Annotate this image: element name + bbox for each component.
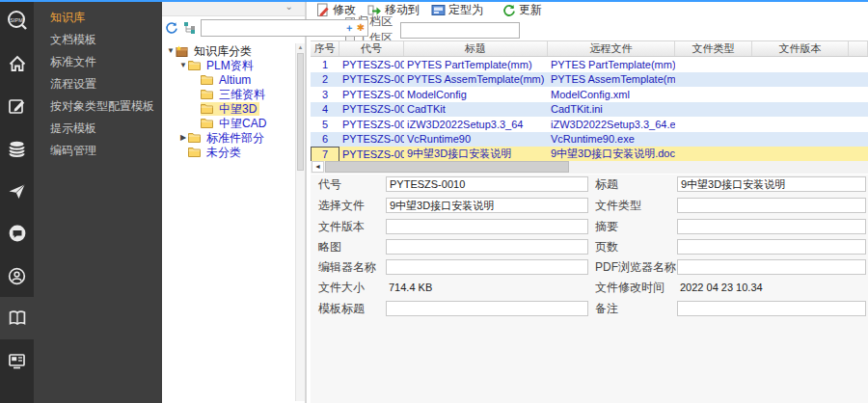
form-field-right-6[interactable]: [677, 301, 866, 316]
collapse-chevron-icon[interactable]: ⌄: [285, 0, 293, 13]
form-field-left-1[interactable]: 9中望3D接口安装说明: [386, 198, 588, 213]
search-locate-icon[interactable]: ✱: [355, 22, 366, 34]
cell-num: 5: [311, 117, 339, 132]
cell-filler: [849, 72, 868, 88]
tree-refresh-icon[interactable]: [164, 20, 179, 36]
table-header-cell[interactable]: 代号: [339, 41, 404, 56]
table-hscrollbar[interactable]: ◄: [311, 161, 868, 174]
edit-icon: [8, 97, 26, 116]
nav-send[interactable]: [0, 170, 34, 212]
menu-item-6[interactable]: 编码管理: [34, 140, 162, 162]
table-row[interactable]: 4PYTESZS-0007CadTKitCadTKit.ini: [311, 102, 868, 118]
cell-num: 1: [311, 57, 339, 72]
menu-item-3[interactable]: 流程设置: [34, 73, 162, 95]
tree-node-4[interactable]: 中望3D: [162, 101, 295, 116]
tree-node-2[interactable]: Altium: [162, 72, 295, 87]
search-next-icon[interactable]: ＋: [343, 22, 355, 34]
tree-node-7[interactable]: 未分类: [162, 145, 295, 159]
nav-logo-sipm[interactable]: SIPM: [0, 0, 34, 42]
nav-member[interactable]: [0, 255, 34, 297]
form-field-right-1[interactable]: [677, 198, 866, 213]
tree-node-label: 中望3D: [216, 102, 259, 116]
menu-item-5[interactable]: 提示模板: [34, 118, 162, 140]
scroll-left-icon[interactable]: ◄: [312, 161, 324, 173]
nav-edit[interactable]: [0, 85, 34, 127]
tree-scrollbar[interactable]: ▲: [295, 43, 305, 401]
cell-code: PYTESZS-0007: [339, 102, 404, 118]
hscrollbar-thumb[interactable]: [325, 161, 569, 173]
refresh-icon: [502, 4, 516, 17]
toolbar-button-3[interactable]: 更新: [497, 1, 548, 20]
table-header-cell[interactable]: [849, 41, 868, 56]
table-row[interactable]: 1PYTESZS-0004PYTES PartTemplate(mm)PYTES…: [311, 57, 868, 72]
form-label-left-1: 选择文件: [318, 198, 365, 214]
table-row[interactable]: 6PYTESZS-0009VcRuntime90VcRuntime90.exe: [311, 132, 868, 148]
table-row[interactable]: 7PYTESZS-00109中望3D接口安装说明9中望3D接口安装说明.docx: [311, 147, 868, 162]
toolbar-button-2[interactable]: 定型为: [425, 1, 489, 20]
tree-scrollbar-thumb[interactable]: [297, 53, 304, 171]
tree-collapsed-icon[interactable]: ▶: [178, 133, 188, 142]
tree-node-6[interactable]: ▶ 标准件部分: [162, 130, 295, 145]
tree-expanded-icon[interactable]: ▼: [178, 61, 188, 69]
form-field-left-6[interactable]: [386, 301, 588, 316]
cell-code: PYTESZS-0010: [339, 147, 404, 162]
form-field-left-4[interactable]: [386, 259, 588, 275]
cell-type: [675, 117, 752, 132]
tree-node-0[interactable]: ▼ 知识库分类: [162, 43, 295, 58]
form-field-right-0[interactable]: 9中望3D接口安装说明: [677, 176, 866, 192]
menu-item-1[interactable]: 文档模板: [34, 29, 162, 51]
database-icon: [8, 140, 26, 158]
table-header-cell[interactable]: 文件类型: [675, 41, 752, 56]
menu-item-4[interactable]: 按对象类型配置模板: [34, 95, 162, 118]
nav-knowledge-book[interactable]: [0, 297, 34, 339]
folder-icon: [188, 60, 202, 71]
tree-search-box: ＋ ✱: [201, 19, 368, 37]
cell-num: 3: [311, 87, 339, 102]
nav-database[interactable]: [0, 127, 34, 170]
nav-home[interactable]: [0, 42, 34, 85]
table-header-cell[interactable]: 文件版本: [752, 41, 849, 56]
table-header-cell[interactable]: 远程文件: [548, 41, 675, 56]
form-label-right-1: 文件类型: [595, 198, 641, 214]
tree-node-content: 未分类: [188, 146, 244, 159]
table-row[interactable]: 3PYTESZS-0006ModelConfigModelConfig.xml: [311, 87, 868, 102]
cell-version: [752, 57, 849, 72]
detail-form: 代号PYTESZS-0010选择文件9中望3D接口安装说明文件版本略图编辑器名称…: [311, 175, 868, 403]
cell-type: [675, 102, 752, 118]
form-field-left-2[interactable]: [386, 219, 588, 234]
form-field-right-3[interactable]: [677, 239, 866, 255]
cell-title: 9中望3D接口安装说明: [404, 147, 548, 162]
tree-hierarchy-icon[interactable]: [182, 20, 198, 36]
send-icon: [8, 182, 26, 201]
form-label-left-6: 模板标题: [318, 301, 365, 317]
form-label-left-0: 代号: [318, 176, 341, 193]
toolbar-button-label: 更新: [519, 2, 542, 18]
nav-chat[interactable]: [0, 212, 34, 255]
tree-expanded-icon[interactable]: ▼: [166, 46, 176, 55]
form-field-left-0[interactable]: PYTESZS-0010: [386, 176, 588, 192]
menu-item-0[interactable]: 知识库: [34, 7, 162, 29]
form-field-right-4[interactable]: [677, 259, 866, 275]
nav-workstation[interactable]: [0, 339, 34, 382]
table-row[interactable]: 5PYTESZS-0008iZW3D2022Setup3.3_64iZW3D20…: [311, 117, 868, 132]
table-header-cell[interactable]: 序号: [311, 41, 339, 56]
form-label-right-6: 备注: [595, 301, 618, 317]
form-field-right-2[interactable]: [677, 219, 866, 234]
scroll-up-icon[interactable]: ▲: [296, 43, 305, 52]
tree-node-content: 三维资料: [201, 88, 268, 101]
tree-collapse-bar[interactable]: ⌄: [162, 0, 305, 16]
home-icon: [8, 54, 27, 73]
table-header-cell[interactable]: 标题: [404, 41, 548, 56]
menu-item-2[interactable]: 标准文件: [34, 51, 162, 73]
form-label-right-3: 页数: [595, 239, 618, 255]
tree-toolbar: ＋ ✱: [162, 16, 305, 40]
table-row[interactable]: 2PYTESZS-0005PYTES AssemTemplate(mm)PYTE…: [311, 72, 868, 88]
content-area: 修改 移动到 定型为 更新 ▼ 归档区 工作区 序号代号标题远程文件文件类型文件…: [311, 0, 868, 403]
tree-node-1[interactable]: ▼ PLM资料: [162, 58, 295, 72]
tree-search-input[interactable]: [203, 22, 343, 34]
tree-node-3[interactable]: 三维资料: [162, 87, 295, 101]
cell-remote: iZW3D2022Setup3.3_64.exe: [548, 117, 675, 132]
quick-filter-input[interactable]: [400, 22, 520, 39]
form-field-left-3[interactable]: [386, 239, 588, 255]
tree-node-5[interactable]: 中望CAD: [162, 116, 295, 130]
